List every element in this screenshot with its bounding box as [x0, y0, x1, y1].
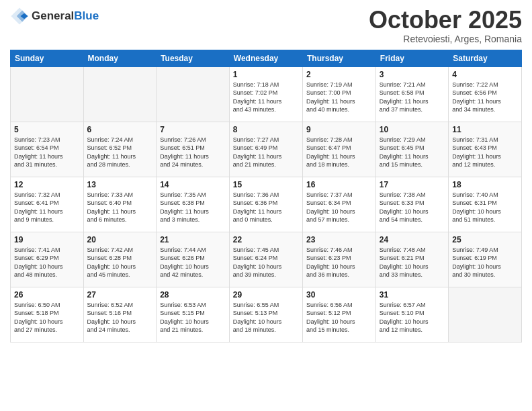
table-row: 11Sunrise: 7:31 AM Sunset: 6:43 PM Dayli…	[449, 122, 522, 177]
day-number: 24	[380, 235, 445, 244]
table-row: 3Sunrise: 7:21 AM Sunset: 6:58 PM Daylig…	[375, 66, 448, 122]
day-info: Sunrise: 6:50 AM Sunset: 5:18 PM Dayligh…	[14, 301, 80, 334]
table-row: 12Sunrise: 7:32 AM Sunset: 6:41 PM Dayli…	[11, 177, 84, 232]
calendar-week-row: 26Sunrise: 6:50 AM Sunset: 5:18 PM Dayli…	[11, 287, 522, 342]
table-row: 14Sunrise: 7:35 AM Sunset: 6:38 PM Dayli…	[157, 177, 230, 232]
table-row: 29Sunrise: 6:55 AM Sunset: 5:13 PM Dayli…	[229, 287, 302, 342]
day-number: 25	[452, 235, 518, 244]
page-container: GeneralBlue October 2025 Retevoiesti, Ar…	[0, 0, 532, 346]
month-title: October 2025	[369, 7, 522, 34]
day-info: Sunrise: 7:32 AM Sunset: 6:41 PM Dayligh…	[14, 191, 80, 224]
day-info: Sunrise: 6:53 AM Sunset: 5:15 PM Dayligh…	[160, 301, 226, 334]
day-number: 12	[14, 180, 80, 189]
day-info: Sunrise: 7:35 AM Sunset: 6:38 PM Dayligh…	[160, 191, 226, 224]
table-row: 25Sunrise: 7:49 AM Sunset: 6:19 PM Dayli…	[449, 232, 522, 287]
day-number: 19	[14, 235, 80, 244]
calendar-table: Sunday Monday Tuesday Wednesday Thursday…	[10, 50, 522, 342]
table-row: 26Sunrise: 6:50 AM Sunset: 5:18 PM Dayli…	[11, 287, 84, 342]
day-info: Sunrise: 6:56 AM Sunset: 5:12 PM Dayligh…	[306, 301, 372, 334]
day-number: 27	[87, 290, 153, 300]
day-info: Sunrise: 6:57 AM Sunset: 5:10 PM Dayligh…	[380, 301, 445, 334]
day-info: Sunrise: 7:48 AM Sunset: 6:21 PM Dayligh…	[380, 246, 445, 279]
day-number: 5	[14, 125, 80, 134]
calendar-week-row: 19Sunrise: 7:41 AM Sunset: 6:29 PM Dayli…	[11, 232, 522, 287]
day-info: Sunrise: 7:44 AM Sunset: 6:26 PM Dayligh…	[160, 246, 226, 279]
day-number: 4	[452, 70, 518, 79]
day-info: Sunrise: 7:46 AM Sunset: 6:23 PM Dayligh…	[306, 246, 372, 279]
day-number: 3	[380, 70, 445, 79]
logo-icon	[10, 7, 29, 26]
day-number: 17	[380, 180, 445, 189]
col-sunday: Sunday	[11, 50, 84, 66]
table-row: 15Sunrise: 7:36 AM Sunset: 6:36 PM Dayli…	[229, 177, 302, 232]
day-number: 21	[160, 235, 226, 244]
day-number: 7	[160, 125, 226, 134]
day-number: 9	[306, 125, 372, 134]
table-row: 1Sunrise: 7:18 AM Sunset: 7:02 PM Daylig…	[229, 66, 302, 122]
table-row: 31Sunrise: 6:57 AM Sunset: 5:10 PM Dayli…	[375, 287, 448, 342]
day-info: Sunrise: 7:45 AM Sunset: 6:24 PM Dayligh…	[233, 246, 299, 279]
day-info: Sunrise: 6:52 AM Sunset: 5:16 PM Dayligh…	[87, 301, 153, 334]
day-number: 30	[306, 290, 372, 300]
col-friday: Friday	[375, 50, 448, 66]
day-info: Sunrise: 7:26 AM Sunset: 6:51 PM Dayligh…	[160, 136, 226, 169]
day-info: Sunrise: 7:37 AM Sunset: 6:34 PM Dayligh…	[306, 191, 372, 224]
day-number: 8	[233, 125, 299, 134]
day-number: 6	[87, 125, 153, 134]
day-number: 14	[160, 180, 226, 189]
day-number: 2	[306, 70, 372, 79]
day-number: 11	[452, 125, 518, 134]
table-row: 22Sunrise: 7:45 AM Sunset: 6:24 PM Dayli…	[229, 232, 302, 287]
day-info: Sunrise: 7:42 AM Sunset: 6:28 PM Dayligh…	[87, 246, 153, 279]
table-row	[11, 66, 84, 122]
day-info: Sunrise: 7:38 AM Sunset: 6:33 PM Dayligh…	[380, 191, 445, 224]
day-info: Sunrise: 7:18 AM Sunset: 7:02 PM Dayligh…	[233, 81, 299, 114]
day-info: Sunrise: 7:22 AM Sunset: 6:56 PM Dayligh…	[452, 81, 518, 114]
calendar-week-row: 12Sunrise: 7:32 AM Sunset: 6:41 PM Dayli…	[11, 177, 522, 232]
table-row: 6Sunrise: 7:24 AM Sunset: 6:52 PM Daylig…	[83, 122, 157, 177]
day-info: Sunrise: 7:31 AM Sunset: 6:43 PM Dayligh…	[452, 136, 518, 169]
day-number: 28	[160, 290, 226, 300]
col-wednesday: Wednesday	[229, 50, 302, 66]
day-number: 18	[452, 180, 518, 189]
table-row: 7Sunrise: 7:26 AM Sunset: 6:51 PM Daylig…	[157, 122, 230, 177]
table-row: 19Sunrise: 7:41 AM Sunset: 6:29 PM Dayli…	[11, 232, 84, 287]
day-number: 10	[380, 125, 445, 134]
day-info: Sunrise: 7:41 AM Sunset: 6:29 PM Dayligh…	[14, 246, 80, 279]
table-row: 30Sunrise: 6:56 AM Sunset: 5:12 PM Dayli…	[303, 287, 376, 342]
day-number: 22	[233, 235, 299, 244]
table-row: 24Sunrise: 7:48 AM Sunset: 6:21 PM Dayli…	[375, 232, 448, 287]
col-saturday: Saturday	[449, 50, 522, 66]
table-row: 21Sunrise: 7:44 AM Sunset: 6:26 PM Dayli…	[157, 232, 230, 287]
logo-general-text: GeneralBlue	[32, 9, 99, 23]
day-info: Sunrise: 7:29 AM Sunset: 6:45 PM Dayligh…	[380, 136, 445, 169]
day-info: Sunrise: 7:40 AM Sunset: 6:31 PM Dayligh…	[452, 191, 518, 224]
col-thursday: Thursday	[303, 50, 376, 66]
day-info: Sunrise: 7:19 AM Sunset: 7:00 PM Dayligh…	[306, 81, 372, 114]
calendar-week-row: 1Sunrise: 7:18 AM Sunset: 7:02 PM Daylig…	[11, 66, 522, 122]
table-row	[157, 66, 230, 122]
day-info: Sunrise: 7:21 AM Sunset: 6:58 PM Dayligh…	[380, 81, 445, 114]
table-row	[449, 287, 522, 342]
page-header: GeneralBlue October 2025 Retevoiesti, Ar…	[10, 7, 522, 44]
day-number: 15	[233, 180, 299, 189]
table-row: 20Sunrise: 7:42 AM Sunset: 6:28 PM Dayli…	[83, 232, 157, 287]
day-number: 13	[87, 180, 153, 189]
day-info: Sunrise: 6:55 AM Sunset: 5:13 PM Dayligh…	[233, 301, 299, 334]
day-info: Sunrise: 7:36 AM Sunset: 6:36 PM Dayligh…	[233, 191, 299, 224]
title-section: October 2025 Retevoiesti, Arges, Romania	[369, 7, 522, 44]
table-row: 23Sunrise: 7:46 AM Sunset: 6:23 PM Dayli…	[303, 232, 376, 287]
col-tuesday: Tuesday	[157, 50, 230, 66]
day-number: 23	[306, 235, 372, 244]
table-row: 27Sunrise: 6:52 AM Sunset: 5:16 PM Dayli…	[83, 287, 157, 342]
table-row: 8Sunrise: 7:27 AM Sunset: 6:49 PM Daylig…	[229, 122, 302, 177]
day-info: Sunrise: 7:28 AM Sunset: 6:47 PM Dayligh…	[306, 136, 372, 169]
table-row: 13Sunrise: 7:33 AM Sunset: 6:40 PM Dayli…	[83, 177, 157, 232]
day-info: Sunrise: 7:24 AM Sunset: 6:52 PM Dayligh…	[87, 136, 153, 169]
day-info: Sunrise: 7:23 AM Sunset: 6:54 PM Dayligh…	[14, 136, 80, 169]
logo: GeneralBlue	[10, 7, 99, 26]
col-monday: Monday	[83, 50, 157, 66]
table-row: 5Sunrise: 7:23 AM Sunset: 6:54 PM Daylig…	[11, 122, 84, 177]
day-info: Sunrise: 7:33 AM Sunset: 6:40 PM Dayligh…	[87, 191, 153, 224]
table-row: 28Sunrise: 6:53 AM Sunset: 5:15 PM Dayli…	[157, 287, 230, 342]
